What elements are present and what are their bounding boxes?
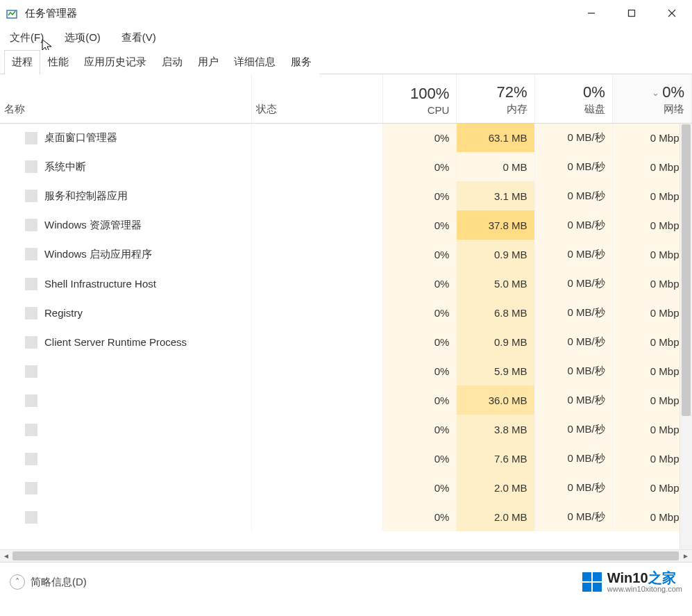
- process-name-cell: Windows 资源管理器: [0, 210, 251, 240]
- close-button[interactable]: [652, 0, 692, 26]
- process-cpu-cell: 0%: [383, 210, 457, 240]
- process-icon: [25, 219, 37, 231]
- process-memory-cell: 6.8 MB: [457, 298, 534, 327]
- watermark: Win10之家 www.win10xitong.com: [582, 571, 682, 594]
- process-disk-cell: 0 MB/秒: [534, 502, 612, 531]
- table-row[interactable]: 0%5.9 MB0 MB/秒0 Mbps: [0, 356, 692, 385]
- horizontal-scroll-thumb[interactable]: [12, 551, 679, 560]
- column-header-cpu[interactable]: 100% CPU: [383, 74, 457, 123]
- window-title: 任务管理器: [25, 7, 571, 20]
- process-icon: [25, 307, 37, 319]
- process-status-cell: [251, 240, 383, 269]
- watermark-title: Win10之家: [607, 571, 682, 585]
- process-cpu-cell: 0%: [383, 181, 457, 210]
- process-disk-cell: 0 MB/秒: [534, 385, 612, 415]
- tab-app-history[interactable]: 应用历史记录: [76, 50, 154, 74]
- chevron-up-icon: ˄: [10, 574, 25, 590]
- process-name-cell: [0, 444, 251, 473]
- process-name-cell: [0, 385, 251, 415]
- horizontal-scrollbar[interactable]: ◄ ►: [0, 549, 692, 562]
- process-status-cell: [251, 181, 383, 210]
- process-name-cell: [0, 415, 251, 444]
- process-memory-cell: 2.0 MB: [457, 502, 534, 531]
- column-header-memory[interactable]: 72% 内存: [457, 74, 534, 123]
- table-row[interactable]: 0%2.0 MB0 MB/秒0 Mbps: [0, 502, 692, 531]
- table-row[interactable]: 系统中断0%0 MB0 MB/秒0 Mbps: [0, 152, 692, 181]
- process-cpu-cell: 0%: [383, 327, 457, 356]
- fewer-details-button[interactable]: ˄ 简略信息(D): [10, 574, 87, 590]
- column-label-name: 名称: [4, 103, 244, 116]
- table-row[interactable]: Windows 启动应用程序0%0.9 MB0 MB/秒0 Mbps: [0, 240, 692, 269]
- process-name-cell: 桌面窗口管理器: [0, 123, 251, 152]
- process-status-cell: [251, 473, 383, 502]
- table-row[interactable]: 0%36.0 MB0 MB/秒0 Mbps: [0, 385, 692, 415]
- tab-users[interactable]: 用户: [190, 50, 226, 74]
- column-label-network: 网络: [617, 103, 684, 116]
- process-cpu-cell: 0%: [383, 385, 457, 415]
- process-name-cell: Client Server Runtime Process: [0, 327, 251, 356]
- tab-performance[interactable]: 性能: [40, 50, 76, 74]
- table-row[interactable]: Windows 资源管理器0%37.8 MB0 MB/秒0 Mbps: [0, 210, 692, 240]
- table-row[interactable]: 桌面窗口管理器0%63.1 MB0 MB/秒0 Mbps: [0, 123, 692, 152]
- menu-view[interactable]: 查看(V): [119, 29, 159, 47]
- vertical-scrollbar[interactable]: [680, 124, 692, 549]
- menu-file[interactable]: 文件(F): [7, 29, 47, 47]
- table-row[interactable]: Client Server Runtime Process0%0.9 MB0 M…: [0, 327, 692, 356]
- watermark-url: www.win10xitong.com: [607, 585, 682, 594]
- column-header-disk[interactable]: 0% 磁盘: [534, 74, 612, 123]
- process-memory-cell: 7.6 MB: [457, 444, 534, 473]
- column-label-memory: 内存: [461, 103, 527, 116]
- minimize-button[interactable]: [571, 0, 611, 26]
- process-status-cell: [251, 152, 383, 181]
- fewer-details-label: 简略信息(D): [31, 576, 87, 589]
- process-name: Shell Infrastructure Host: [44, 278, 156, 290]
- table-row[interactable]: Registry0%6.8 MB0 MB/秒0 Mbps: [0, 298, 692, 327]
- table-row[interactable]: Shell Infrastructure Host0%5.0 MB0 MB/秒0…: [0, 269, 692, 298]
- maximize-button[interactable]: [611, 0, 652, 26]
- process-icon: [25, 190, 37, 202]
- process-status-cell: [251, 269, 383, 298]
- process-name-cell: 服务和控制器应用: [0, 181, 251, 210]
- process-name-cell: 系统中断: [0, 152, 251, 181]
- svg-rect-2: [629, 10, 635, 17]
- table-row[interactable]: 0%2.0 MB0 MB/秒0 Mbps: [0, 473, 692, 502]
- process-name: Registry: [44, 307, 83, 319]
- table-row[interactable]: 服务和控制器应用0%3.1 MB0 MB/秒0 Mbps: [0, 181, 692, 210]
- tab-services[interactable]: 服务: [283, 50, 319, 74]
- windows-logo-icon: [582, 572, 602, 592]
- process-status-cell: [251, 415, 383, 444]
- tab-startup[interactable]: 启动: [154, 50, 190, 74]
- process-cpu-cell: 0%: [383, 444, 457, 473]
- process-memory-cell: 0.9 MB: [457, 327, 534, 356]
- scroll-right-arrow-icon[interactable]: ►: [680, 550, 692, 563]
- menu-options[interactable]: 选项(O): [62, 29, 103, 47]
- vertical-scroll-thumb[interactable]: [682, 124, 691, 416]
- process-status-cell: [251, 385, 383, 415]
- column-header-name[interactable]: 名称: [0, 74, 251, 123]
- column-header-network[interactable]: ⌄0% 网络: [612, 74, 691, 123]
- process-cpu-cell: 0%: [383, 502, 457, 531]
- process-table: 名称 状态 100% CPU 72% 内存 0% 磁盘 ⌄0: [0, 74, 692, 531]
- process-cpu-cell: 0%: [383, 152, 457, 181]
- process-memory-cell: 0 MB: [457, 152, 534, 181]
- process-disk-cell: 0 MB/秒: [534, 327, 612, 356]
- cpu-usage-percent: 100%: [387, 85, 449, 103]
- process-icon: [25, 132, 37, 144]
- tab-processes[interactable]: 进程: [4, 50, 40, 74]
- column-label-disk: 磁盘: [539, 103, 605, 116]
- process-name: Client Server Runtime Process: [44, 336, 187, 348]
- process-status-cell: [251, 298, 383, 327]
- column-header-status[interactable]: 状态: [251, 74, 383, 123]
- process-name-cell: Shell Infrastructure Host: [0, 269, 251, 298]
- tab-details[interactable]: 详细信息: [226, 50, 283, 74]
- table-row[interactable]: 0%3.8 MB0 MB/秒0 Mbps: [0, 415, 692, 444]
- process-memory-cell: 63.1 MB: [457, 123, 534, 152]
- scroll-left-arrow-icon[interactable]: ◄: [0, 550, 12, 563]
- process-disk-cell: 0 MB/秒: [534, 415, 612, 444]
- tab-strip: 进程 性能 应用历史记录 启动 用户 详细信息 服务: [0, 49, 692, 74]
- process-memory-cell: 37.8 MB: [457, 210, 534, 240]
- process-icon: [25, 278, 37, 290]
- process-disk-cell: 0 MB/秒: [534, 356, 612, 385]
- table-row[interactable]: 0%7.6 MB0 MB/秒0 Mbps: [0, 444, 692, 473]
- process-memory-cell: 2.0 MB: [457, 473, 534, 502]
